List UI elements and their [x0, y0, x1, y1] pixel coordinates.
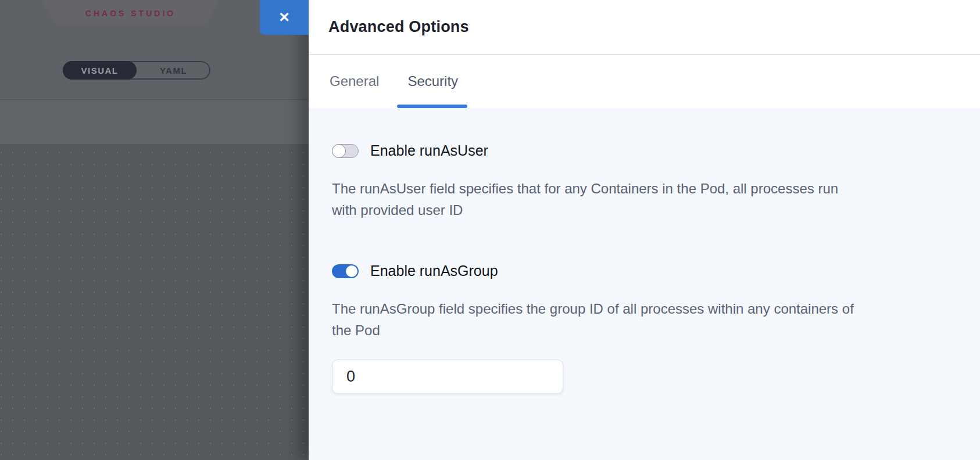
run-as-user-toggle[interactable]	[332, 144, 359, 158]
view-toggle-visual[interactable]: VISUAL	[63, 61, 137, 80]
run-as-group-toggle-label: Enable runAsGroup	[370, 263, 498, 279]
drawer-title: Advanced Options	[328, 18, 469, 36]
run-as-group-toggle[interactable]	[332, 264, 359, 278]
brand-ribbon: CHAOS STUDIO	[42, 0, 219, 26]
run-as-user-toggle-label: Enable runAsUser	[370, 142, 488, 159]
toggle-knob	[346, 265, 357, 277]
drawer-tabbar: General Security	[309, 55, 980, 108]
canvas-backdrop: CHAOS STUDIO VISUAL YAML	[0, 0, 309, 460]
run-as-group-id-input[interactable]	[332, 360, 563, 394]
tab-security-label: Security	[407, 73, 458, 89]
close-drawer-button[interactable]: ✕	[260, 0, 309, 35]
run-as-user-description: The runAsUser field specifies that for a…	[332, 178, 855, 221]
workflow-dotted-canvas[interactable]	[0, 144, 309, 460]
drawer-header: Advanced Options	[309, 0, 980, 55]
tab-general-label: General	[330, 73, 379, 89]
canvas-toolbar-strip	[0, 100, 309, 144]
view-toggle-visual-label: VISUAL	[81, 66, 118, 76]
view-toggle-yaml[interactable]: YAML	[137, 62, 210, 78]
security-tab-panel: Enable runAsUser The runAsUser field spe…	[309, 108, 980, 460]
run-as-group-section: Enable runAsGroup The runAsGroup field s…	[332, 263, 957, 394]
view-toggle-yaml-label: YAML	[160, 66, 187, 76]
active-tab-indicator	[397, 105, 467, 108]
close-icon: ✕	[278, 10, 290, 24]
tab-security[interactable]: Security	[407, 55, 458, 108]
tab-general[interactable]: General	[330, 55, 379, 108]
advanced-options-drawer: Advanced Options General Security Enable…	[309, 0, 980, 460]
brand-title: CHAOS STUDIO	[85, 8, 176, 18]
run-as-user-section: Enable runAsUser The runAsUser field spe…	[332, 142, 957, 221]
run-as-user-toggle-row: Enable runAsUser	[332, 142, 957, 159]
run-as-group-toggle-row: Enable runAsGroup	[332, 263, 957, 279]
run-as-group-description: The runAsGroup field specifies the group…	[332, 298, 855, 341]
toggle-knob	[332, 144, 346, 158]
visual-yaml-toggle[interactable]: VISUAL YAML	[63, 61, 210, 80]
